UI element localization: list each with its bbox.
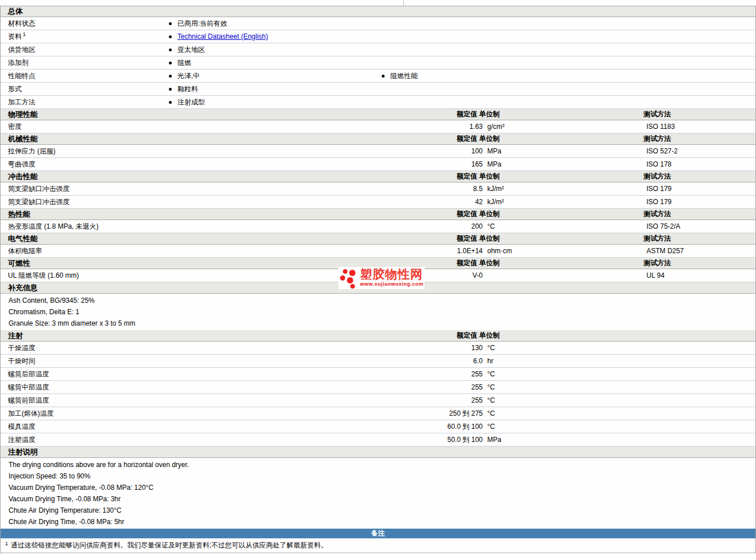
note-line: Injection Speed: 35 to 90% bbox=[1, 470, 755, 482]
property-unit: kJ/m² bbox=[483, 185, 644, 193]
property-label: 热变形温度 (1.8 MPa, 未退火) bbox=[1, 222, 400, 232]
test-method: ISO 178 bbox=[644, 160, 755, 168]
section-header-electrical: 电气性能 额定值 单位制 测试方法 bbox=[1, 233, 755, 245]
property-value: 1.0E+14 bbox=[400, 247, 483, 255]
table-row: 螺筒后部温度 255 °C bbox=[1, 368, 755, 381]
property-label: 加工方法 bbox=[1, 98, 169, 107]
section-title: 补充信息 bbox=[1, 283, 393, 293]
test-method: ISO 75-2/A bbox=[644, 222, 755, 230]
section-title: 机械性能 bbox=[1, 134, 393, 144]
bullet-icon bbox=[169, 101, 172, 104]
property-unit: °C bbox=[483, 409, 644, 417]
property-unit: g/cm³ bbox=[483, 123, 644, 131]
table-row: 加工方法 注射成型 bbox=[1, 96, 755, 109]
note-line: Chute Air Drying Temperature: 130°C bbox=[1, 505, 755, 516]
bullet-icon bbox=[169, 22, 172, 25]
footnote-number: 1 bbox=[5, 541, 8, 546]
column-header-value-unit: 额定值 单位制 bbox=[393, 134, 564, 144]
test-method: ISO 527-2 bbox=[644, 147, 755, 155]
property-value: 阻燃 bbox=[177, 58, 191, 68]
property-value: 255 bbox=[400, 396, 483, 404]
top-strip bbox=[0, 0, 756, 6]
test-method: ISO 179 bbox=[644, 198, 755, 206]
test-method: ASTM D257 bbox=[644, 247, 755, 255]
table-row: 性能特点 光泽,中 阻燃性能 bbox=[1, 70, 755, 83]
property-value: 100 bbox=[400, 147, 483, 155]
table-row: 螺筒前部温度 255 °C bbox=[1, 394, 755, 407]
section-header-mechanical: 机械性能 额定值 单位制 测试方法 bbox=[1, 133, 755, 145]
property-unit: MPa bbox=[483, 147, 644, 155]
table-row: 供货地区 亚太地区 bbox=[1, 43, 755, 56]
property-label: 螺筒前部温度 bbox=[1, 396, 400, 405]
table-row: 添加剂 阻燃 bbox=[1, 56, 755, 70]
column-header-value-unit: 额定值 单位制 bbox=[393, 209, 564, 219]
info-line: Granule Size: 3 mm diameter x 3 to 5 mm bbox=[1, 318, 755, 329]
property-value: 50.0 到 100 bbox=[400, 435, 483, 445]
property-unit: °C bbox=[483, 423, 644, 431]
property-value: 130 bbox=[400, 344, 483, 352]
bullet-icon bbox=[169, 35, 172, 38]
column-header-test-method: 测试方法 bbox=[564, 134, 755, 144]
property-label: 供货地区 bbox=[1, 45, 169, 55]
table-row: 简支梁缺口冲击强度 42 kJ/m² ISO 179 bbox=[1, 196, 755, 209]
property-label: 简支梁缺口冲击强度 bbox=[1, 184, 400, 194]
property-value: 165 bbox=[400, 160, 483, 168]
property-unit: MPa bbox=[483, 436, 644, 444]
table-row: 热变形温度 (1.8 MPa, 未退火) 200 °C ISO 75-2/A bbox=[1, 220, 755, 233]
property-value: 255 bbox=[400, 370, 483, 378]
property-value: 6.0 bbox=[400, 357, 483, 365]
test-method: ISO 179 bbox=[644, 185, 755, 193]
property-unit: hr bbox=[483, 357, 644, 365]
property-value: 光泽,中 bbox=[177, 71, 200, 81]
note-line: Vacuum Drying Temperature, -0.08 MPa: 12… bbox=[1, 482, 755, 493]
property-label: 螺筒后部温度 bbox=[1, 370, 400, 379]
property-label: 简支梁缺口冲击强度 bbox=[1, 197, 400, 207]
property-label: 密度 bbox=[1, 122, 400, 132]
column-header-test-method: 测试方法 bbox=[564, 172, 755, 181]
section-title: 物理性能 bbox=[1, 109, 393, 120]
property-value: 60.0 到 100 bbox=[400, 422, 483, 432]
section-title: 总体 bbox=[1, 6, 393, 17]
note-line: Vacuum Drying Time, -0.08 MPa: 3hr bbox=[1, 493, 755, 505]
section-title: 冲击性能 bbox=[1, 172, 393, 182]
property-label: 加工(熔体)温度 bbox=[1, 409, 400, 419]
bullet-icon bbox=[169, 88, 172, 91]
column-header-value-unit: 额定值 单位制 bbox=[393, 331, 564, 340]
section-title: 热性能 bbox=[1, 209, 393, 220]
property-value: 注射成型 bbox=[177, 98, 205, 107]
property-value: 1.63 bbox=[400, 123, 483, 131]
table-row: 干燥温度 130 °C bbox=[1, 342, 755, 355]
property-value: 已商用:当前有效 bbox=[177, 19, 227, 29]
column-header-test-method: 测试方法 bbox=[564, 234, 755, 244]
logo-dots-icon bbox=[339, 267, 357, 289]
bottom-strip bbox=[0, 553, 756, 560]
datasheet-page: 总体 材料状态 已商用:当前有效 资料1 Technical Datasheet… bbox=[0, 0, 756, 560]
table-row: 弯曲强度 165 MPa ISO 178 bbox=[1, 158, 755, 171]
note-line: Chute Air Drying Time, -0.08 MPa: 5hr bbox=[1, 516, 755, 527]
column-header-value-unit: 额定值 单位制 bbox=[393, 109, 564, 119]
note-line: The drying conditions above are for a ho… bbox=[1, 459, 755, 470]
table-row: 简支梁缺口冲击强度 8.5 kJ/m² ISO 179 bbox=[1, 182, 755, 196]
property-label: 体积电阻率 bbox=[1, 246, 400, 256]
footnote: 1 通过这些链接您能够访问供应商资料。我们尽量保证及时更新资料;不过您可以从供应… bbox=[1, 538, 755, 553]
property-label: 干燥温度 bbox=[1, 343, 400, 353]
column-header-test-method: 测试方法 bbox=[564, 209, 755, 219]
section-header-injection-notes: 注射说明 bbox=[1, 447, 755, 458]
section-title: 可燃性 bbox=[1, 258, 393, 269]
table-row: 密度 1.63 g/cm³ ISO 1183 bbox=[1, 120, 755, 133]
logo-url: www.sujiaowuxing.com bbox=[360, 281, 423, 287]
bullet-icon bbox=[382, 75, 385, 78]
column-header-test-method: 测试方法 bbox=[564, 258, 755, 268]
info-line: Ash Content, BG/9345: 25% bbox=[1, 295, 755, 306]
property-label: 形式 bbox=[1, 84, 169, 94]
property-value: 200 bbox=[400, 222, 483, 230]
property-label: 性能特点 bbox=[1, 71, 169, 81]
property-unit: °C bbox=[483, 396, 644, 404]
section-title: 注射 bbox=[1, 331, 393, 341]
footnote-reference: 1 bbox=[23, 31, 26, 37]
property-value: 42 bbox=[400, 198, 483, 206]
test-method: UL 94 bbox=[644, 271, 755, 279]
technical-datasheet-link[interactable]: Technical Datasheet (English) bbox=[177, 33, 268, 40]
test-method: ISO 1183 bbox=[644, 123, 755, 131]
property-value: 颗粒料 bbox=[177, 84, 198, 94]
